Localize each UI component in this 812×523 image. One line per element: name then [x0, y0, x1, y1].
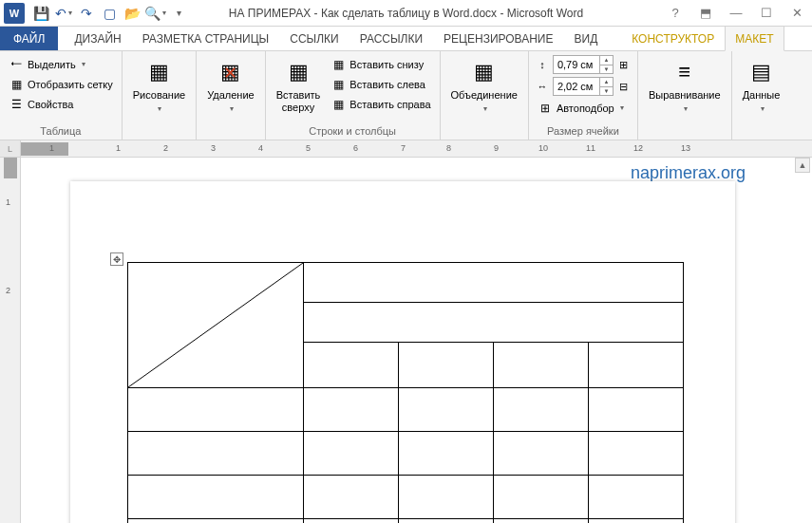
- page[interactable]: ✥: [70, 181, 735, 523]
- scroll-up-icon[interactable]: ▲: [795, 158, 810, 173]
- help-icon[interactable]: ?: [660, 0, 690, 27]
- tab-file[interactable]: ФАЙЛ: [0, 27, 58, 50]
- table-cell[interactable]: [128, 432, 304, 476]
- tab-design[interactable]: ДИЗАЙН: [64, 27, 131, 50]
- autofit-icon: ⊞: [538, 101, 553, 116]
- properties-label: Свойства: [28, 99, 73, 110]
- tab-references[interactable]: ССЫЛКИ: [279, 27, 349, 50]
- cursor-icon: ⭠: [9, 57, 24, 72]
- table-cell[interactable]: [589, 519, 684, 524]
- table-cell[interactable]: [128, 388, 304, 432]
- col-width-spinner[interactable]: ▲▼: [553, 77, 614, 96]
- window-controls: ? ⬒ — ☐ ✕: [660, 0, 812, 27]
- open-icon[interactable]: 📂: [122, 3, 142, 24]
- table-move-handle-icon[interactable]: ✥: [110, 252, 123, 266]
- group-draw: ▦ Рисование▾: [123, 51, 197, 140]
- document-table[interactable]: [127, 262, 684, 523]
- draw-table-icon: ▦: [143, 57, 174, 87]
- table-cell[interactable]: [128, 519, 304, 524]
- group-table: ⭠Выделить▾ ▦Отобразить сетку ☰Свойства Т…: [0, 51, 123, 140]
- alignment-button[interactable]: ≡ Выравнивание▾: [644, 54, 726, 123]
- redo-icon[interactable]: ↷: [76, 3, 97, 24]
- distribute-rows-icon[interactable]: ⊞: [616, 57, 632, 72]
- table-cell[interactable]: [128, 476, 304, 519]
- window-title: НА ПРИМЕРАХ - Как сделать таблицу в Word…: [229, 7, 583, 20]
- close-icon[interactable]: ✕: [782, 0, 812, 27]
- table-cell[interactable]: [304, 342, 399, 387]
- table-cell[interactable]: [399, 388, 494, 432]
- row-height-input[interactable]: [554, 56, 599, 73]
- autofit-button[interactable]: ⊞Автоподбор▾: [535, 98, 632, 118]
- merge-button[interactable]: ▦ Объединение▾: [446, 54, 522, 123]
- insert-above-label: Вставить сверху: [276, 89, 321, 114]
- new-doc-icon[interactable]: ▢: [99, 3, 120, 24]
- maximize-icon[interactable]: ☐: [751, 0, 782, 27]
- properties-icon: ☰: [9, 97, 24, 112]
- tab-page-layout[interactable]: РАЗМЕТКА СТРАНИЦЫ: [132, 27, 280, 50]
- table-cell[interactable]: [589, 432, 684, 476]
- table-cell[interactable]: [304, 519, 399, 524]
- table-cell[interactable]: [304, 263, 684, 303]
- distribute-cols-icon[interactable]: ⊟: [616, 79, 632, 94]
- insert-above-icon: ▦: [283, 57, 313, 87]
- undo-icon[interactable]: ↶▾: [53, 3, 74, 24]
- tab-view[interactable]: ВИД: [564, 27, 609, 50]
- properties-button[interactable]: ☰Свойства: [6, 94, 116, 114]
- insert-right-icon: ▦: [330, 97, 346, 112]
- view-gridlines-button[interactable]: ▦Отобразить сетку: [6, 74, 116, 94]
- width-up-icon[interactable]: ▲: [600, 78, 613, 87]
- horizontal-ruler[interactable]: L 1 1 2 3 4 5 6 7 8 9 10 11 12 13: [0, 140, 812, 158]
- delete-table-icon: ▦✕: [216, 57, 246, 87]
- table-cell[interactable]: [304, 388, 399, 432]
- tab-review[interactable]: РЕЦЕНЗИРОВАНИЕ: [433, 27, 563, 50]
- table-cell[interactable]: [589, 388, 684, 432]
- tab-constructor[interactable]: КОНСТРУКТОР: [621, 27, 725, 50]
- table-cell[interactable]: [304, 432, 399, 476]
- draw-button[interactable]: ▦ Рисование▾: [128, 54, 190, 123]
- insert-above-button[interactable]: ▦ Вставить сверху: [272, 54, 326, 123]
- insert-right-button[interactable]: ▦Вставить справа: [328, 94, 433, 114]
- table-cell[interactable]: [399, 342, 494, 387]
- table-cell[interactable]: [304, 476, 399, 519]
- insert-below-button[interactable]: ▦Вставить снизу: [328, 54, 433, 74]
- insert-left-button[interactable]: ▦Вставить слева: [328, 74, 433, 94]
- group-data: ▤ Данные▾: [732, 51, 791, 140]
- vertical-ruler[interactable]: 1 2: [0, 158, 21, 523]
- save-icon[interactable]: 💾: [30, 3, 51, 24]
- table-cell[interactable]: [399, 519, 494, 524]
- word-app-icon: W: [4, 3, 25, 24]
- table-cell[interactable]: [589, 342, 684, 387]
- col-width-input[interactable]: [554, 78, 599, 95]
- tab-mailings[interactable]: РАССЫЛКИ: [349, 27, 433, 50]
- table-cell[interactable]: [494, 519, 589, 524]
- table-cell[interactable]: [304, 302, 684, 342]
- group-rows-columns: ▦ Вставить сверху ▦Вставить снизу ▦Встав…: [266, 51, 441, 140]
- table-cell[interactable]: [589, 476, 684, 519]
- table-cell[interactable]: [494, 388, 589, 432]
- insert-left-label: Вставить слева: [349, 79, 425, 90]
- group-table-label: Таблица: [6, 123, 116, 140]
- alignment-icon: ≡: [670, 57, 700, 87]
- table-cell[interactable]: [494, 342, 589, 387]
- width-down-icon[interactable]: ▼: [600, 87, 613, 96]
- ruler-corner: L: [0, 140, 21, 157]
- table-cell[interactable]: [399, 476, 494, 519]
- select-button[interactable]: ⭠Выделить▾: [6, 54, 116, 74]
- table-cell-diagonal[interactable]: [128, 263, 304, 388]
- ribbon-display-icon[interactable]: ⬒: [690, 0, 721, 27]
- table-cell[interactable]: [494, 432, 589, 476]
- select-label: Выделить: [28, 59, 76, 70]
- row-height-spinner[interactable]: ▲▼: [553, 55, 614, 74]
- height-down-icon[interactable]: ▼: [600, 65, 613, 74]
- tab-layout[interactable]: МАКЕТ: [725, 27, 784, 51]
- ribbon: ⭠Выделить▾ ▦Отобразить сетку ☰Свойства Т…: [0, 51, 812, 140]
- grid-icon: ▦: [9, 77, 24, 92]
- data-button[interactable]: ▤ Данные▾: [738, 54, 785, 123]
- delete-button[interactable]: ▦✕ Удаление▾: [202, 54, 259, 123]
- qat-customize-icon[interactable]: ▾: [167, 3, 188, 24]
- height-up-icon[interactable]: ▲: [600, 56, 613, 65]
- print-preview-icon[interactable]: 🔍▾: [144, 3, 165, 24]
- table-cell[interactable]: [399, 432, 494, 476]
- table-cell[interactable]: [494, 476, 589, 519]
- minimize-icon[interactable]: —: [721, 0, 751, 27]
